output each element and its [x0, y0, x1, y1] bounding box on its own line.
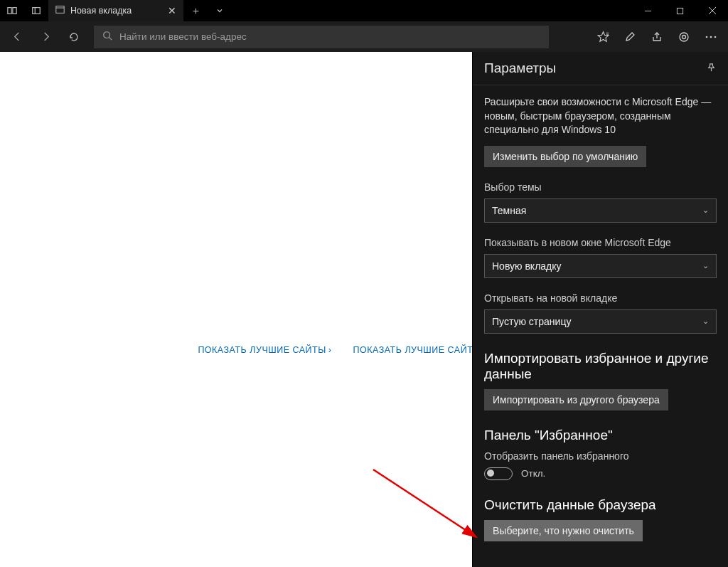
import-title: Импортировать избранное и другие данные [484, 351, 717, 382]
refresh-button[interactable] [61, 24, 87, 50]
hub-icon[interactable] [671, 24, 697, 50]
address-placeholder: Найти или ввести веб-адрес [119, 31, 247, 42]
settings-title: Параметры [484, 60, 556, 76]
browser-tab[interactable]: Новая вкладка ✕ [48, 0, 183, 21]
svg-point-17 [706, 36, 708, 38]
ntp-link-label: ПОКАЗАТЬ ЛУЧШИЕ САЙТЫ [198, 345, 326, 355]
tab-title: Новая вкладка [70, 6, 132, 16]
theme-selector[interactable]: Темная ⌄ [484, 198, 717, 223]
new-tab-button[interactable]: ＋ [183, 0, 208, 21]
chevron-down-icon: ⌄ [702, 261, 709, 270]
svg-point-19 [714, 36, 717, 38]
chevron-right-icon: › [328, 345, 332, 355]
chevron-down-icon: ⌄ [702, 206, 709, 215]
svg-point-16 [682, 35, 686, 38]
close-tab-icon[interactable]: ✕ [168, 5, 176, 16]
tab-strip: Новая вкладка ✕ ＋ [0, 0, 728, 21]
settings-header: Параметры [473, 52, 728, 85]
favorites-bar-toggle-label: Откл. [521, 468, 545, 479]
back-button[interactable] [4, 24, 30, 50]
newtab-value: Пустую страницу [492, 316, 571, 327]
tab-favicon-icon [55, 5, 65, 16]
favorites-bar-toggle[interactable] [484, 467, 513, 480]
svg-rect-0 [8, 8, 11, 14]
open-with-value: Новую вкладку [492, 260, 562, 272]
set-aside-tabs-icon[interactable] [0, 0, 24, 21]
theme-label: Выбор темы [484, 181, 717, 193]
chevron-down-icon: ⌄ [702, 317, 709, 326]
choose-clear-button[interactable]: Выберите, что нужно очистить [484, 520, 643, 541]
pin-icon[interactable] [706, 62, 717, 75]
window-controls [632, 0, 728, 21]
svg-rect-4 [56, 6, 64, 14]
svg-rect-1 [13, 8, 16, 14]
favorites-bar-title: Панель "Избранное" [484, 428, 717, 443]
open-with-label: Показывать в новом окне Microsoft Edge [484, 237, 717, 248]
share-icon[interactable] [644, 24, 670, 50]
clear-data-title: Очистить данные браузера [484, 497, 717, 513]
svg-point-10 [104, 32, 110, 38]
more-menu-icon[interactable] [698, 24, 724, 50]
svg-line-11 [109, 38, 112, 41]
show-tabs-aside-icon[interactable] [24, 0, 48, 21]
minimize-button[interactable] [632, 0, 664, 21]
search-icon [102, 31, 112, 43]
settings-panel: Параметры Расширьте свои возможности с M… [472, 52, 728, 567]
svg-point-18 [710, 36, 712, 38]
notes-icon[interactable] [617, 24, 643, 50]
import-button[interactable]: Импортировать из другого браузера [484, 389, 668, 410]
address-bar[interactable]: Найти или ввести веб-адрес [94, 26, 549, 48]
open-with-selector[interactable]: Новую вкладку ⌄ [484, 254, 717, 278]
svg-point-15 [680, 33, 688, 41]
svg-rect-2 [33, 8, 41, 14]
maximize-button[interactable] [664, 0, 696, 21]
toolbar: Найти или ввести веб-адрес [0, 21, 728, 52]
change-default-button[interactable]: Изменить выбор по умолчанию [484, 146, 646, 167]
svg-rect-7 [677, 8, 682, 14]
close-window-button[interactable] [696, 0, 728, 21]
tabs-chevron-icon[interactable] [208, 0, 232, 21]
newtab-selector[interactable]: Пустую страницу ⌄ [484, 309, 717, 334]
settings-body: Расширьте свои возможности с Microsoft E… [473, 85, 728, 556]
newtab-label: Открывать на новой вкладке [484, 292, 717, 304]
favorites-bar-label: Отобразить панель избранного [484, 450, 717, 462]
favorites-bar-toggle-row: Откл. [484, 467, 717, 480]
promo-text: Расширьте свои возможности с Microsoft E… [484, 95, 717, 137]
theme-value: Темная [492, 205, 526, 216]
forward-button[interactable] [33, 24, 58, 50]
favorites-star-icon[interactable] [590, 24, 616, 50]
show-top-sites-link[interactable]: ПОКАЗАТЬ ЛУЧШИЕ САЙТЫ › [198, 345, 331, 355]
